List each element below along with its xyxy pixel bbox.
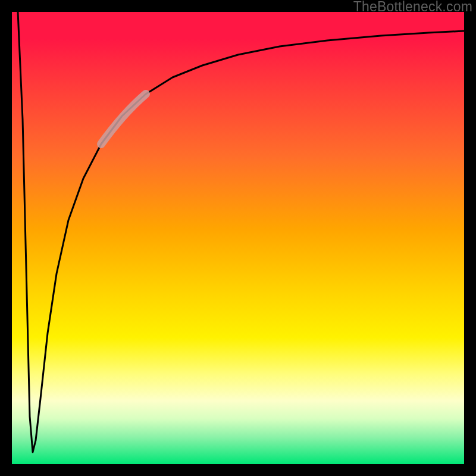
curve-svg xyxy=(12,12,464,464)
bottleneck-curve xyxy=(18,12,464,452)
plot-area xyxy=(12,12,464,464)
watermark-label: TheBottleneck.com xyxy=(353,0,472,13)
highlight-segment xyxy=(101,94,146,144)
chart-frame: TheBottleneck.com xyxy=(0,0,476,476)
